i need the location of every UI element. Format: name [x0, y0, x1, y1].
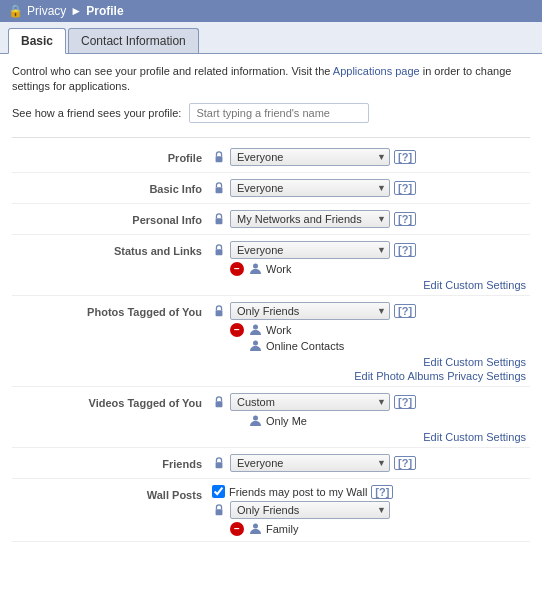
setting-label-wall-posts: Wall Posts	[12, 485, 212, 501]
setting-row-wall-posts: Wall Posts Friends may post to my Wall […	[12, 481, 530, 542]
select-wrapper-personal-info: Everyone Friends of Friends My Networks …	[230, 210, 390, 228]
setting-control-photos-tagged: Everyone Friends of Friends My Networks …	[212, 302, 530, 382]
setting-label-personal-info: Personal Info	[12, 210, 212, 226]
question-mark-videos-tagged[interactable]: [?]	[394, 395, 416, 409]
control-row-basic-info: Everyone Friends of Friends My Networks …	[212, 179, 530, 197]
setting-row-videos-tagged: Videos Tagged of You Everyone Friends of…	[12, 389, 530, 448]
breadcrumb-separator: ►	[70, 4, 82, 18]
setting-row-profile: Profile Everyone Friends of Friends My N…	[12, 144, 530, 173]
exception-text-photos-work: Work	[266, 324, 291, 336]
select-basic-info[interactable]: Everyone Friends of Friends My Networks …	[230, 179, 390, 197]
minus-icon-wall-family: −	[230, 522, 244, 536]
tab-contact[interactable]: Contact Information	[68, 28, 199, 53]
svg-rect-3	[216, 249, 223, 255]
edit-links-status: Edit Custom Settings	[212, 277, 530, 291]
edit-custom-settings-status[interactable]: Edit Custom Settings	[212, 279, 528, 291]
setting-label-photos-tagged: Photos Tagged of You	[12, 302, 212, 318]
setting-label-status-links: Status and Links	[12, 241, 212, 257]
select-wrapper-profile: Everyone Friends of Friends My Networks …	[230, 148, 390, 166]
minus-icon-status-work: −	[230, 262, 244, 276]
applications-link[interactable]: Applications page	[333, 65, 420, 77]
edit-links-videos: Edit Custom Settings	[212, 429, 530, 443]
question-mark-personal-info[interactable]: [?]	[394, 212, 416, 226]
breadcrumb-privacy-link[interactable]: Privacy	[27, 4, 66, 18]
question-mark-basic-info[interactable]: [?]	[394, 181, 416, 195]
friend-preview-input[interactable]	[189, 103, 369, 123]
svg-rect-10	[216, 462, 223, 468]
select-wall-posts[interactable]: Everyone Friends of Friends My Networks …	[230, 501, 390, 519]
setting-control-videos-tagged: Everyone Friends of Friends My Networks …	[212, 393, 530, 443]
exception-photos-work: − Work	[212, 322, 530, 338]
friend-preview-label: See how a friend sees your profile:	[12, 107, 181, 119]
question-mark-wall-posts[interactable]: [?]	[371, 485, 393, 499]
tab-bar: Basic Contact Information	[0, 22, 542, 54]
lock-icon-personal-info	[212, 212, 226, 226]
friend-preview-row: See how a friend sees your profile:	[12, 103, 530, 123]
breadcrumb: 🔒 Privacy ► Profile	[0, 0, 542, 22]
svg-point-6	[253, 325, 258, 330]
select-wrapper-status-links: Everyone Friends of Friends My Networks …	[230, 241, 390, 259]
minus-icon-photos-work: −	[230, 323, 244, 337]
setting-label-videos-tagged: Videos Tagged of You	[12, 393, 212, 409]
exception-videos-onlyme: Only Me	[212, 413, 530, 429]
control-row-status-links: Everyone Friends of Friends My Networks …	[212, 241, 530, 259]
select-profile[interactable]: Everyone Friends of Friends My Networks …	[230, 148, 390, 166]
lock-icon-basic-info	[212, 181, 226, 195]
svg-point-7	[253, 341, 258, 346]
intro-text: Control who can see your profile and rel…	[12, 64, 530, 95]
control-row-personal-info: Everyone Friends of Friends My Networks …	[212, 210, 530, 228]
wall-posts-checkbox[interactable]	[212, 485, 225, 498]
lock-icon-videos-tagged	[212, 395, 226, 409]
lock-icon-profile	[212, 150, 226, 164]
question-mark-profile[interactable]: [?]	[394, 150, 416, 164]
setting-control-status-links: Everyone Friends of Friends My Networks …	[212, 241, 530, 291]
tab-basic[interactable]: Basic	[8, 28, 66, 54]
control-row-videos-tagged: Everyone Friends of Friends My Networks …	[212, 393, 530, 411]
setting-control-basic-info: Everyone Friends of Friends My Networks …	[212, 179, 530, 199]
select-wrapper-photos-tagged: Everyone Friends of Friends My Networks …	[230, 302, 390, 320]
svg-rect-11	[216, 509, 223, 515]
exception-photos-online: Online Contacts	[212, 338, 530, 354]
select-status-links[interactable]: Everyone Friends of Friends My Networks …	[230, 241, 390, 259]
edit-photo-albums-link[interactable]: Edit Photo Albums Privacy Settings	[212, 370, 528, 382]
select-photos-tagged[interactable]: Everyone Friends of Friends My Networks …	[230, 302, 390, 320]
question-mark-friends[interactable]: [?]	[394, 456, 416, 470]
select-wrapper-basic-info: Everyone Friends of Friends My Networks …	[230, 179, 390, 197]
select-friends[interactable]: Everyone Friends of Friends My Networks …	[230, 454, 390, 472]
privacy-icon: 🔒	[8, 4, 23, 18]
setting-control-profile: Everyone Friends of Friends My Networks …	[212, 148, 530, 168]
exception-text-videos-onlyme: Only Me	[266, 415, 307, 427]
control-row-photos-tagged: Everyone Friends of Friends My Networks …	[212, 302, 530, 320]
exception-text-status-work: Work	[266, 263, 291, 275]
exception-status-work: − Work	[212, 261, 530, 277]
svg-rect-8	[216, 401, 223, 407]
exception-text-wall-family: Family	[266, 523, 298, 535]
svg-point-4	[253, 264, 258, 269]
svg-rect-1	[216, 187, 223, 193]
checkbox-row-wall-posts: Friends may post to my Wall [?]	[212, 485, 530, 499]
select-personal-info[interactable]: Everyone Friends of Friends My Networks …	[230, 210, 390, 228]
edit-custom-settings-photos[interactable]: Edit Custom Settings	[212, 356, 528, 368]
person-icon-wall-family	[248, 522, 262, 536]
person-icon-status-work	[248, 262, 262, 276]
question-mark-photos-tagged[interactable]: [?]	[394, 304, 416, 318]
control-row-wall-posts: Everyone Friends of Friends My Networks …	[212, 501, 530, 519]
edit-custom-settings-videos[interactable]: Edit Custom Settings	[212, 431, 528, 443]
svg-rect-2	[216, 218, 223, 224]
question-mark-status-links[interactable]: [?]	[394, 243, 416, 257]
lock-icon-friends	[212, 456, 226, 470]
setting-label-profile: Profile	[12, 148, 212, 164]
setting-label-basic-info: Basic Info	[12, 179, 212, 195]
setting-row-basic-info: Basic Info Everyone Friends of Friends M…	[12, 175, 530, 204]
setting-label-friends: Friends	[12, 454, 212, 470]
svg-point-12	[253, 524, 258, 529]
svg-rect-5	[216, 310, 223, 316]
control-row-friends: Everyone Friends of Friends My Networks …	[212, 454, 530, 472]
select-videos-tagged[interactable]: Everyone Friends of Friends My Networks …	[230, 393, 390, 411]
lock-icon-status-links	[212, 243, 226, 257]
setting-control-friends: Everyone Friends of Friends My Networks …	[212, 454, 530, 474]
select-wrapper-videos-tagged: Everyone Friends of Friends My Networks …	[230, 393, 390, 411]
svg-rect-0	[216, 156, 223, 162]
setting-control-personal-info: Everyone Friends of Friends My Networks …	[212, 210, 530, 230]
lock-icon-photos-tagged	[212, 304, 226, 318]
